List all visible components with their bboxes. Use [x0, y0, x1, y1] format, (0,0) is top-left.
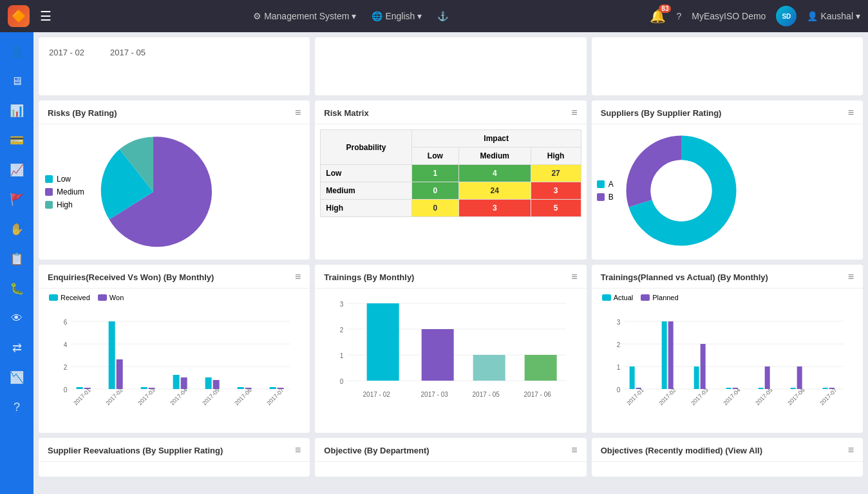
risk-matrix-value-cell: 3	[459, 200, 531, 217]
svg-rect-43	[473, 355, 505, 381]
risk-matrix-prob-cell: Medium	[321, 182, 411, 200]
svg-text:6: 6	[64, 319, 68, 326]
risk-matrix-card: Risk Matrix ≡ Probability Impact	[315, 100, 586, 260]
svg-text:2017-05: 2017-05	[754, 387, 773, 406]
demo-label[interactable]: MyEasyISO Demo	[692, 11, 766, 21]
svg-text:2017-01: 2017-01	[72, 387, 91, 406]
trainings-planned-menu-icon[interactable]: ≡	[848, 271, 854, 283]
svg-rect-59	[661, 321, 666, 389]
enquiries-menu-icon[interactable]: ≡	[295, 271, 301, 283]
svg-text:2017-02: 2017-02	[104, 387, 124, 406]
sidebar-item-bar[interactable]: 📈	[4, 157, 30, 183]
svg-text:2017-03: 2017-03	[137, 387, 156, 406]
svg-rect-65	[758, 388, 763, 389]
svg-text:2: 2	[340, 327, 344, 334]
col-high: High	[531, 147, 581, 165]
svg-rect-62	[700, 344, 705, 389]
svg-rect-68	[797, 366, 802, 389]
legend-item-b: B	[597, 193, 614, 202]
sidebar-item-flag[interactable]: 🚩	[4, 187, 30, 213]
sidebar-item-list[interactable]: 📋	[4, 246, 30, 272]
svg-text:2: 2	[64, 364, 68, 371]
trainings-menu-icon[interactable]: ≡	[571, 271, 577, 283]
svg-rect-60	[668, 321, 673, 389]
legend-color-received	[49, 294, 58, 301]
link-icon-button[interactable]: ⚓	[437, 11, 448, 21]
svg-text:2017-07: 2017-07	[265, 387, 285, 406]
trainings-header: Trainings (By Monthly) ≡	[315, 265, 586, 289]
sidebar-item-arrows[interactable]: ⇄	[4, 335, 30, 361]
svg-text:2017-04: 2017-04	[169, 387, 188, 406]
risk-matrix-menu-icon[interactable]: ≡	[571, 107, 577, 119]
trainings-title: Trainings (By Monthly)	[324, 272, 414, 282]
menu-toggle-icon[interactable]: ☰	[40, 8, 52, 24]
objective-dept-title: Objective (By Department)	[324, 446, 429, 455]
sidebar-item-user[interactable]: 👤	[4, 39, 30, 64]
sidebar-item-card[interactable]: 💳	[4, 128, 30, 153]
risk-matrix-header: Risk Matrix ≡	[315, 100, 586, 124]
user-avatar: SD	[776, 6, 797, 26]
svg-text:2017-02: 2017-02	[657, 387, 677, 406]
svg-text:2017 - 06: 2017 - 06	[524, 391, 552, 398]
svg-text:2017-03: 2017-03	[690, 387, 709, 406]
legend-dot-high	[45, 201, 53, 209]
risk-matrix-table: Probability Impact Low Medium High	[320, 129, 581, 217]
legend-color-actual	[602, 294, 611, 301]
objective-dept-menu-icon[interactable]: ≡	[571, 444, 577, 456]
topnav-right: 🔔 83 ? MyEasyISO Demo SD 👤 Kaushal ▾	[650, 6, 860, 26]
suppliers-menu-icon[interactable]: ≡	[848, 107, 854, 119]
enquiries-bar-chart: 6 4 2 0	[41, 312, 307, 428]
risk-matrix-value-cell: 27	[531, 165, 581, 182]
risks-card-menu-icon[interactable]: ≡	[295, 107, 301, 119]
svg-text:2017 - 03: 2017 - 03	[421, 391, 449, 398]
sidebar-item-bug[interactable]: 🐛	[4, 276, 30, 301]
trainings-planned-bar-chart: 3 2 1 0	[594, 312, 860, 424]
supplier-reeval-menu-icon[interactable]: ≡	[295, 444, 301, 456]
language-menu[interactable]: 🌐 English ▾	[372, 11, 422, 21]
risk-matrix-value-cell: 1	[411, 165, 458, 182]
svg-rect-18	[173, 375, 180, 389]
management-system-menu[interactable]: ⚙ Management System ▾	[253, 11, 356, 21]
objective-dept-header: Objective (By Department) ≡	[315, 438, 586, 462]
risk-matrix-prob-cell: High	[321, 200, 411, 217]
svg-text:2017-07: 2017-07	[818, 387, 838, 406]
sidebar-item-help[interactable]: ?	[4, 394, 30, 420]
svg-text:2017 - 02: 2017 - 02	[363, 391, 391, 398]
top-card-1: 2017 - 02 2017 - 05	[39, 37, 310, 95]
svg-rect-69	[822, 388, 827, 389]
legend-actual: Actual	[602, 294, 634, 301]
sidebar-item-eye[interactable]: 👁	[4, 305, 30, 331]
sidebar-item-chart[interactable]: 📊	[4, 98, 30, 124]
top-card-2	[315, 37, 586, 95]
supplier-reeval-header: Supplier Reevaluations (By Supplier Rati…	[39, 438, 310, 462]
top-card-3	[592, 37, 863, 95]
objectives-recent-title: Objectives (Recently modified) (View All…	[601, 446, 762, 455]
legend-dot-low	[45, 175, 53, 183]
risks-pie-container: Low Medium High	[39, 124, 310, 260]
user-menu[interactable]: 👤 Kaushal ▾	[807, 11, 860, 21]
objectives-recent-menu-icon[interactable]: ≡	[848, 444, 854, 456]
sidebar-item-hand[interactable]: ✋	[4, 216, 30, 242]
svg-rect-44	[525, 355, 557, 381]
trainings-planned-legend-row: Actual Planned	[592, 289, 863, 307]
svg-text:4: 4	[64, 341, 68, 348]
sidebar-item-monitor[interactable]: 🖥	[4, 68, 30, 94]
suppliers-legend: A B	[597, 180, 614, 202]
help-button[interactable]: ?	[676, 11, 681, 21]
trainings-planned-chart-legend: Actual Planned	[597, 291, 858, 304]
notifications-button[interactable]: 🔔 83	[650, 8, 666, 24]
risks-card: Risks (By Rating) ≡ Low Medium High	[39, 100, 310, 260]
suppliers-donut-chart	[620, 129, 742, 252]
risk-matrix-prob-cell: Low	[321, 165, 411, 182]
svg-rect-57	[629, 366, 634, 389]
svg-text:2: 2	[616, 341, 620, 348]
suppliers-header: Suppliers (By Supplier Rating) ≡	[592, 100, 863, 124]
svg-rect-16	[141, 387, 147, 389]
risks-pie-chart	[92, 131, 214, 253]
svg-text:3: 3	[340, 301, 344, 308]
trainings-card: Trainings (By Monthly) ≡ 3 2 1 0	[315, 265, 586, 433]
sidebar-item-trend[interactable]: 📉	[4, 365, 30, 390]
svg-rect-67	[790, 388, 795, 389]
risk-matrix-title: Risk Matrix	[324, 108, 368, 118]
trainings-planned-card: Trainings(Planned vs Actual) (By Monthly…	[592, 265, 863, 433]
